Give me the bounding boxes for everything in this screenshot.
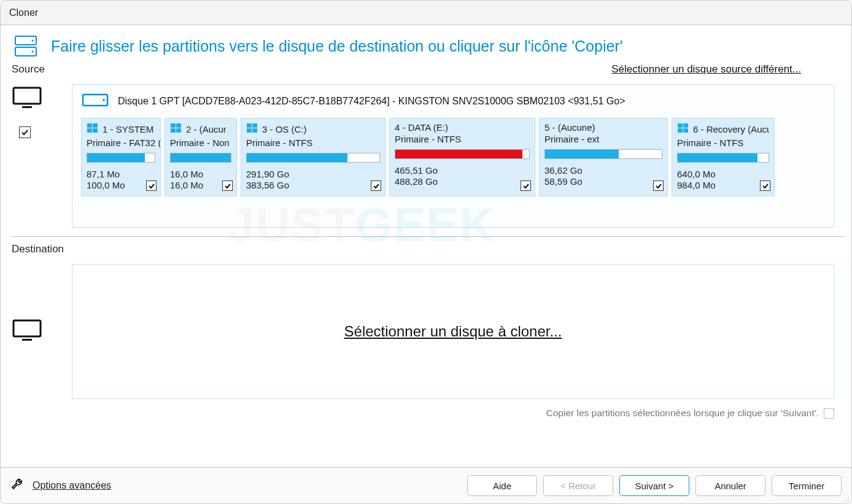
disk-stack-icon — [12, 34, 42, 58]
partition-title: 1 - SYSTEM (A — [103, 124, 155, 134]
partition-title: 4 - DATA (E:) — [395, 122, 448, 133]
windows-icon — [246, 122, 258, 136]
svg-point-3 — [31, 50, 33, 52]
destination-label: Destination — [12, 243, 67, 255]
footer: Options avancées Aide < Retour Suivant >… — [1, 467, 851, 503]
partition-type: Primaire - NTFS — [395, 134, 530, 144]
usage-bar — [544, 149, 662, 159]
finish-button[interactable]: Terminer — [772, 475, 842, 496]
partition-checkbox[interactable] — [371, 180, 381, 191]
partition-total: 984,0 Mo — [677, 180, 769, 191]
partitions-row: 1 - SYSTEM (APrimaire - FAT32 (I87,1 Mo1… — [81, 118, 825, 196]
usage-bar — [246, 153, 380, 163]
svg-rect-14 — [171, 128, 176, 133]
svg-rect-22 — [678, 128, 683, 133]
destination-pane[interactable]: Sélectionner un disque à cloner... — [72, 264, 834, 399]
svg-rect-5 — [22, 106, 32, 108]
svg-rect-10 — [87, 128, 92, 133]
svg-point-27 — [848, 498, 849, 500]
source-disk-pane: Disque 1 GPT [ACDD7E88-A023-412D-85C7-B1… — [72, 84, 834, 228]
partition-type: Primaire - ext — [544, 134, 662, 144]
next-button[interactable]: Suivant > — [619, 475, 689, 496]
divider — [12, 236, 844, 237]
svg-point-28 — [848, 501, 849, 502]
instruction-text: Faire glisser les partitions vers le dis… — [51, 37, 622, 55]
dest-label-row: Destination — [12, 243, 844, 255]
svg-rect-4 — [14, 88, 41, 104]
svg-rect-25 — [22, 339, 32, 341]
partition-card[interactable]: 3 - OS (C:)Primaire - NTFS291,90 Go383,5… — [241, 118, 385, 196]
svg-point-1 — [31, 39, 33, 41]
svg-rect-12 — [171, 123, 176, 128]
wrench-icon — [9, 476, 26, 495]
titlebar: Cloner — [1, 1, 851, 25]
svg-rect-15 — [176, 128, 181, 133]
copy-on-next-checkbox[interactable] — [824, 408, 834, 419]
svg-rect-16 — [247, 123, 252, 128]
svg-rect-19 — [252, 128, 257, 133]
partition-card[interactable]: 2 - (AucurPrimaire - Non16,0 Mo16,0 Mo — [165, 118, 237, 196]
source-label: Source — [12, 63, 67, 76]
monitor-icon — [12, 317, 42, 346]
help-button[interactable]: Aide — [467, 475, 537, 496]
svg-rect-18 — [247, 128, 252, 133]
partition-used: 291,90 Go — [246, 169, 380, 180]
disk-title: Disque 1 GPT [ACDD7E88-A023-412D-85C7-B1… — [118, 96, 625, 107]
svg-rect-24 — [14, 320, 41, 336]
partition-checkbox[interactable] — [521, 180, 531, 191]
select-other-source-link[interactable]: Sélectionner un disque source différent.… — [611, 63, 801, 76]
windows-icon — [87, 122, 99, 136]
svg-rect-21 — [683, 123, 688, 128]
partition-card[interactable]: 4 - DATA (E:)Primaire - NTFS465,51 Go488… — [389, 118, 535, 196]
partition-used: 36,62 Go — [544, 165, 662, 176]
source-area: Disque 1 GPT [ACDD7E88-A023-412D-85C7-B1… — [12, 84, 844, 228]
usage-bar — [170, 153, 231, 163]
cancel-button[interactable]: Annuler — [695, 475, 765, 496]
partition-checkbox[interactable] — [653, 180, 664, 191]
partition-type: Primaire - FAT32 (I — [87, 138, 155, 148]
resize-grip-icon[interactable] — [842, 494, 850, 502]
svg-rect-11 — [93, 128, 98, 133]
svg-rect-13 — [176, 123, 181, 128]
partition-total: 100,0 Mo — [87, 180, 155, 191]
partition-card[interactable]: 6 - Recovery (AucuPrimaire - NTFS640,0 M… — [672, 118, 775, 196]
disk-icon — [81, 92, 109, 110]
copy-on-next-row: Copier les partitions sélectionnées lors… — [12, 408, 844, 419]
svg-point-29 — [845, 498, 846, 500]
partition-total: 383,56 Go — [246, 180, 380, 191]
select-destination-link[interactable]: Sélectionner un disque à cloner... — [344, 323, 562, 340]
partition-checkbox[interactable] — [760, 180, 770, 191]
svg-point-30 — [845, 501, 846, 502]
advanced-options-link[interactable]: Options avancées — [9, 476, 111, 495]
copy-on-next-label: Copier les partitions sélectionnées lors… — [546, 408, 819, 419]
partition-title: 6 - Recovery (Aucu — [693, 124, 769, 134]
window-title: Cloner — [9, 7, 38, 18]
svg-rect-20 — [678, 123, 683, 128]
partition-type: Primaire - NTFS — [246, 138, 380, 148]
partition-title: 2 - (Aucur — [186, 124, 227, 134]
svg-rect-8 — [87, 123, 92, 128]
partition-card[interactable]: 1 - SYSTEM (APrimaire - FAT32 (I87,1 Mo1… — [81, 118, 161, 196]
body: Faire glisser les partitions vers le dis… — [1, 25, 851, 462]
usage-bar — [395, 149, 530, 159]
partition-checkbox[interactable] — [146, 180, 157, 191]
partition-used: 640,0 Mo — [677, 169, 769, 180]
disk-title-row: Disque 1 GPT [ACDD7E88-A023-412D-85C7-B1… — [81, 92, 825, 110]
svg-rect-9 — [93, 123, 98, 128]
partition-type: Primaire - Non — [170, 138, 231, 148]
usage-bar — [87, 153, 155, 163]
partition-type: Primaire - NTFS — [677, 138, 769, 148]
partition-used: 87,1 Mo — [87, 169, 155, 180]
partition-checkbox[interactable] — [222, 180, 233, 191]
svg-rect-23 — [683, 128, 688, 133]
partition-title: 5 - (Aucune) — [544, 122, 595, 133]
destination-area: Sélectionner un disque à cloner... — [12, 264, 844, 399]
back-button[interactable]: < Retour — [543, 475, 613, 496]
app-window: Cloner Faire glisser les partitions vers… — [0, 0, 852, 504]
svg-point-31 — [843, 501, 844, 502]
header: Faire glisser les partitions vers le dis… — [12, 34, 844, 58]
source-disk-checkbox[interactable] — [19, 126, 31, 138]
monitor-icon — [12, 84, 42, 113]
partition-used: 16,0 Mo — [170, 169, 231, 180]
partition-card[interactable]: 5 - (Aucune)Primaire - ext36,62 Go58,59 … — [539, 118, 668, 196]
